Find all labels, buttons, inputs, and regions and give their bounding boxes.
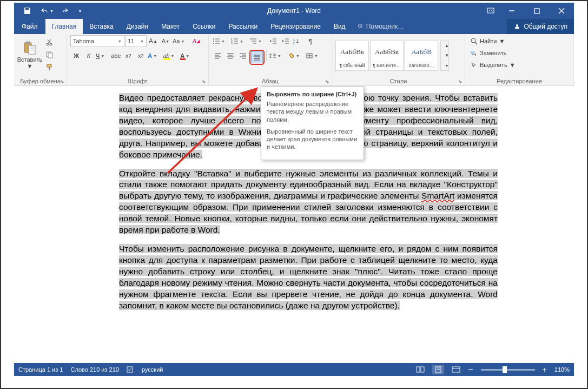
shrink-font[interactable]: A▼ [160,35,171,47]
paragraph-launcher[interactable]: ⬊ [325,79,330,84]
maximize-button[interactable] [524,3,549,19]
ribbon-display-options[interactable] [482,3,499,19]
styles-down[interactable]: ▼ [441,51,453,60]
align-justify[interactable] [251,51,263,63]
minimize-button[interactable] [499,3,524,19]
svg-rect-15 [47,64,51,67]
paste-button[interactable]: Вставить ▼ [17,35,42,75]
view-read-mode[interactable] [416,366,425,373]
italic-button[interactable]: К [83,50,95,62]
multilevel-list[interactable]: ▼ [249,35,267,47]
svg-rect-0 [487,8,494,13]
show-hide-paragraph[interactable]: ¶ [305,35,316,47]
align-right[interactable] [237,50,249,62]
cut-button[interactable] [43,36,55,48]
highlight-button[interactable]: ab▼ [162,50,179,62]
styles-group-label: Стили [390,78,407,84]
clipboard-launcher[interactable]: ⬊ [60,79,65,84]
svg-text:Z: Z [293,42,295,44]
tab-references[interactable]: Ссылки [186,19,222,34]
shading-button[interactable]: ▼ [287,50,305,62]
statusbar: Страница 1 из 1 Слово 210 из 210 русский… [14,363,574,376]
zoom-in[interactable]: + [543,365,547,374]
underline-button[interactable]: Ч▼ [95,50,109,62]
copy-button[interactable] [43,49,55,61]
save-button[interactable] [17,3,37,19]
tab-mailings[interactable]: Рассылки [222,19,264,34]
tab-layout[interactable]: Макет [155,19,186,34]
svg-point-17 [213,38,214,39]
svg-text:3: 3 [231,42,233,44]
ribbon-tabs: Файл Главная Вставка Дизайн Макет Ссылки… [14,19,574,34]
font-color-button[interactable]: A▼ [180,50,194,62]
font-launcher[interactable]: ⬊ [201,79,207,84]
status-spellcheck-icon[interactable] [127,366,134,373]
align-left[interactable] [212,50,224,62]
svg-rect-68 [421,367,424,372]
document-area[interactable]: Видео предоставляет рекрасную возможност… [14,86,574,363]
styles-up[interactable]: ▲ [441,41,453,50]
svg-line-63 [475,42,477,44]
svg-rect-2 [534,9,539,14]
tab-design[interactable]: Дизайн [120,19,155,34]
tab-review[interactable]: Рецензирование [264,19,327,34]
styles-launcher[interactable]: ⬊ [458,79,463,84]
text-effects[interactable]: A▼ [147,50,162,62]
status-words[interactable]: Слово 210 из 210 [70,366,119,373]
share-button[interactable]: Общий доступ [507,19,574,34]
redo-button[interactable] [56,3,76,19]
bullets-button[interactable]: ▼ [212,35,230,47]
select-button[interactable]: Выделить▼ [468,59,518,71]
tooltip-title: Выровнять по ширине (Ctrl+J) [267,91,358,97]
decrease-indent[interactable] [267,35,279,47]
svg-rect-6 [26,42,30,44]
tell-me[interactable]: Помощник… [352,19,410,34]
close-button[interactable] [549,3,574,19]
font-name-combo[interactable]: Tahoma▼ [70,35,124,47]
status-language[interactable]: русский [142,366,163,373]
qat-customize[interactable]: ▼ [76,3,84,19]
numbering-button[interactable]: 123▼ [230,35,248,47]
change-case[interactable]: Aa▼ [172,35,189,47]
zoom-out[interactable]: − [468,365,473,374]
strikethrough-button[interactable]: abc [110,50,122,62]
svg-text:ab: ab [471,50,475,54]
tab-file[interactable]: Файл [14,19,45,34]
tab-insert[interactable]: Вставка [83,19,120,34]
svg-rect-67 [417,367,420,372]
bold-button[interactable]: Ж [70,50,82,62]
grow-font[interactable]: A▲ [147,35,159,47]
format-painter-button[interactable] [43,61,55,73]
subscript-button[interactable]: x2 [122,50,134,62]
svg-point-19 [213,41,214,42]
zoom-slider[interactable] [481,369,535,371]
tab-view[interactable]: Вид [327,19,352,34]
replace-button[interactable]: abЗаменить [468,47,508,59]
paragraph-group-label: Абзац [262,78,279,84]
styles-more[interactable]: ▾ [441,61,453,70]
editing-group-label: Редактирование [497,78,542,84]
sort-button[interactable]: AZ [292,35,304,47]
zoom-value[interactable]: 110% [554,366,570,373]
borders-button[interactable]: ▼ [305,50,323,62]
increase-indent[interactable] [280,35,292,47]
undo-button[interactable]: ▼ [37,3,56,19]
titlebar: ▼ ▼ Документ1 - Word [14,3,574,19]
svg-rect-72 [452,367,460,372]
style-heading1[interactable]: АаБбВЗаголово… [405,41,438,71]
line-spacing[interactable]: ▼ [268,50,286,62]
font-group-label: Шрифт [128,78,147,84]
view-print-layout[interactable] [432,365,444,374]
status-page[interactable]: Страница 1 из 1 [18,366,63,373]
svg-rect-14 [48,53,52,58]
align-center[interactable] [224,50,236,62]
view-web-layout[interactable] [452,366,460,373]
svg-point-62 [471,38,475,43]
clear-formatting[interactable]: A◢ [190,35,202,47]
font-size-combo[interactable]: 11▼ [125,35,147,47]
superscript-button[interactable]: x2 [135,50,147,62]
style-nospacing[interactable]: АаБбВв¶ Без инте… [370,41,404,71]
tab-home[interactable]: Главная [45,19,83,34]
style-normal[interactable]: АаБбВв¶ Обычный [335,41,369,71]
find-button[interactable]: Найти▼ [468,35,507,47]
